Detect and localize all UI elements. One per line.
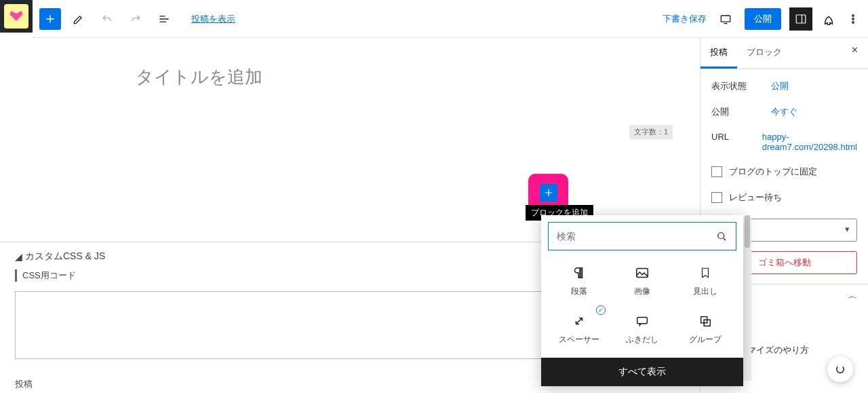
undo-button[interactable] bbox=[96, 8, 118, 30]
url-label: URL bbox=[711, 132, 762, 152]
tab-block[interactable]: ブロック bbox=[737, 38, 791, 69]
svg-point-5 bbox=[718, 233, 724, 239]
list-icon bbox=[157, 12, 171, 26]
inserter-search-input[interactable] bbox=[557, 231, 715, 242]
plus-icon bbox=[542, 187, 555, 199]
block-item-heading[interactable]: 見出し bbox=[673, 257, 736, 305]
svg-point-2 bbox=[852, 14, 854, 16]
spacer-icon bbox=[572, 314, 587, 329]
jetpack-button[interactable] bbox=[821, 11, 837, 27]
search-icon bbox=[715, 230, 728, 242]
stick-to-top-label: ブログのトップに固定 bbox=[729, 166, 817, 178]
edit-icon bbox=[72, 12, 85, 26]
block-item-speech[interactable]: ふきだし bbox=[611, 305, 674, 354]
block-item-label: ふきだし bbox=[614, 334, 671, 345]
svg-point-3 bbox=[852, 18, 854, 20]
block-item-spacer[interactable]: ✓ スペーサー bbox=[548, 305, 611, 354]
svg-rect-0 bbox=[721, 16, 730, 22]
inserter-search bbox=[548, 222, 736, 250]
visibility-row: 表示状態 公開 bbox=[701, 73, 868, 99]
kebab-icon bbox=[846, 12, 860, 26]
sidebar-icon bbox=[795, 13, 807, 25]
preview-button[interactable] bbox=[715, 8, 736, 30]
speech-bubble-icon bbox=[635, 314, 650, 329]
tab-post[interactable]: 投稿 bbox=[701, 38, 737, 69]
jetpack-small-icon: ◢ bbox=[15, 251, 22, 262]
stick-to-top-checkbox[interactable]: ブログのトップに固定 bbox=[701, 159, 868, 185]
undo-icon bbox=[100, 12, 114, 26]
bookmark-icon bbox=[698, 265, 713, 280]
heart-icon bbox=[9, 10, 24, 23]
url-value[interactable]: happy-dream7.com/20298.html bbox=[762, 132, 857, 152]
plus-icon bbox=[43, 12, 57, 26]
svg-rect-6 bbox=[637, 269, 648, 278]
jetpack-icon bbox=[821, 12, 836, 26]
checkbox-icon bbox=[711, 192, 722, 203]
block-item-group[interactable]: グループ bbox=[673, 305, 736, 354]
view-post-link[interactable]: 投稿を表示 bbox=[191, 13, 235, 25]
publish-date-row: 公開 今すぐ bbox=[701, 99, 868, 125]
close-sidebar-button[interactable]: ✕ bbox=[842, 38, 868, 69]
inline-block-inserter-button[interactable] bbox=[540, 184, 557, 202]
pending-review-checkbox[interactable]: レビュー待ち bbox=[701, 185, 868, 210]
visibility-label: 表示状態 bbox=[711, 80, 771, 92]
checkbox-icon bbox=[711, 166, 722, 177]
editor-top-toolbar: 投稿を表示 下書き保存 公開 bbox=[33, 0, 868, 38]
save-draft-button[interactable]: 下書き保存 bbox=[663, 13, 707, 25]
pending-review-label: レビュー待ち bbox=[729, 191, 782, 204]
group-icon bbox=[698, 314, 713, 329]
check-icon: ✓ bbox=[596, 305, 606, 315]
block-inserter-popover: 段落 画像 見出し ✓ スペーサー ふきだし グループ すべて表示 bbox=[541, 215, 743, 386]
footer-status: 投稿 bbox=[15, 378, 33, 390]
redo-icon bbox=[129, 12, 142, 26]
more-options-button[interactable] bbox=[845, 11, 861, 27]
block-item-label: グループ bbox=[676, 334, 734, 345]
block-item-label: 段落 bbox=[551, 286, 608, 297]
visibility-value[interactable]: 公開 bbox=[771, 80, 857, 92]
block-item-image[interactable]: 画像 bbox=[611, 257, 674, 305]
chevron-up-icon: ︿ bbox=[848, 290, 857, 302]
publish-date-value[interactable]: 今すぐ bbox=[771, 106, 857, 118]
svg-rect-1 bbox=[796, 15, 806, 23]
knot-icon bbox=[833, 362, 848, 377]
block-item-label: 画像 bbox=[614, 286, 671, 297]
svg-rect-7 bbox=[637, 318, 648, 324]
post-title-input[interactable]: タイトルを追加 bbox=[136, 65, 700, 89]
block-item-paragraph[interactable]: 段落 bbox=[548, 257, 611, 305]
site-logo[interactable] bbox=[0, 0, 33, 33]
inserter-show-all-button[interactable]: すべて表示 bbox=[541, 358, 743, 386]
desktop-icon bbox=[719, 12, 732, 26]
character-count-badge: 文字数：1 bbox=[629, 125, 673, 139]
publish-button[interactable]: 公開 bbox=[745, 8, 781, 30]
redo-button[interactable] bbox=[125, 8, 146, 30]
inserter-scrollbar[interactable] bbox=[743, 215, 751, 381]
block-inserter-toggle[interactable] bbox=[39, 8, 61, 30]
url-row: URL happy-dream7.com/20298.html bbox=[701, 125, 868, 159]
publish-date-label: 公開 bbox=[711, 106, 771, 118]
document-overview-button[interactable] bbox=[153, 8, 175, 30]
block-item-label: スペーサー bbox=[551, 334, 608, 345]
paragraph-icon bbox=[572, 265, 587, 280]
sidebar-tabs: 投稿 ブロック ✕ bbox=[701, 38, 868, 69]
assistant-floating-button[interactable] bbox=[827, 356, 853, 382]
tools-select[interactable] bbox=[68, 8, 90, 30]
svg-point-4 bbox=[852, 21, 854, 23]
image-icon bbox=[635, 265, 650, 280]
settings-panel-toggle[interactable] bbox=[789, 7, 812, 31]
block-item-label: 見出し bbox=[676, 286, 734, 297]
